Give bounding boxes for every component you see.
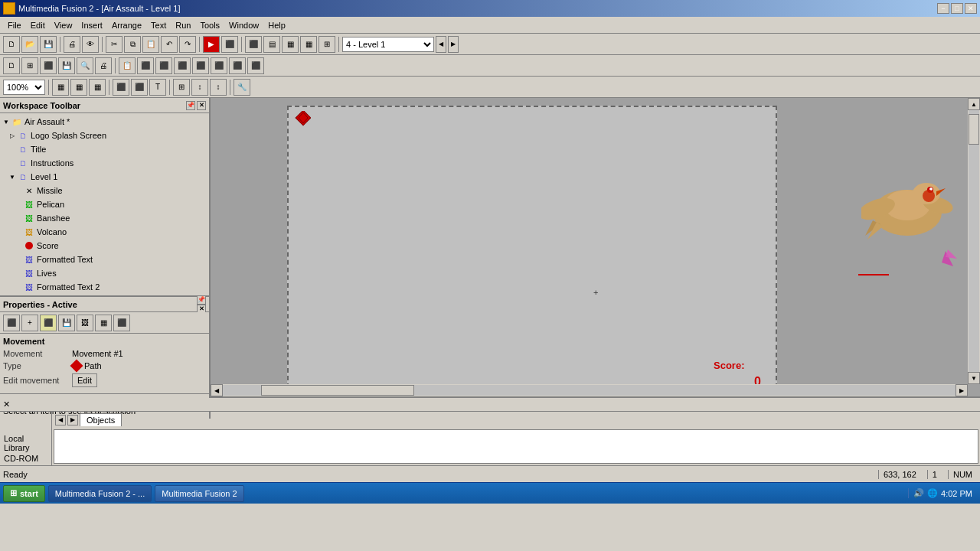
hscroll-thumb[interactable] (261, 385, 414, 396)
minimize-button[interactable]: − (937, 3, 949, 14)
new-button[interactable]: 🗋 (3, 36, 20, 53)
horizontal-scrollbar[interactable]: ◀ ▶ (211, 384, 968, 396)
expand-air-assault[interactable]: ▼ (2, 117, 11, 126)
save-button[interactable]: 💾 (40, 36, 57, 53)
btn-c[interactable]: ▦ (282, 36, 299, 53)
run-button[interactable]: ▶ (203, 36, 220, 53)
tree-item-score[interactable]: Score (14, 239, 207, 253)
grid-btn1[interactable]: ▦ (52, 79, 69, 96)
tree-item-formatted-text-2[interactable]: 🖼 Formatted Text 2 (14, 280, 207, 294)
menu-help[interactable]: Help (263, 19, 290, 31)
prop-btn4[interactable]: 💾 (58, 315, 75, 331)
copy-button[interactable]: ⧉ (124, 36, 141, 53)
taskbar-item-mmf-2[interactable]: Multimedia Fusion 2 (155, 485, 243, 502)
tree-item-air-assault[interactable]: ▼ 📁 Air Assault * (2, 115, 207, 129)
align-btn2[interactable]: ⬛ (131, 79, 148, 96)
canvas-area[interactable]: Score: 0 Lives: (211, 98, 980, 396)
menu-edit[interactable]: Edit (26, 19, 50, 31)
paste-button[interactable]: 📋 (142, 36, 159, 53)
edit-movement-button[interactable]: Edit (72, 373, 97, 387)
tb2-btn11[interactable]: ⬛ (192, 57, 209, 74)
snap-btn[interactable]: ⊞ (173, 79, 190, 96)
close-button[interactable]: ✕ (965, 3, 977, 14)
tree-item-level1[interactable]: ▼ 🗋 Level 1 (8, 170, 207, 184)
menu-file[interactable]: File (3, 19, 26, 31)
library-local[interactable]: Local Library (2, 433, 50, 453)
cut-button[interactable]: ✂ (106, 36, 122, 53)
tb2-btn4[interactable]: 💾 (58, 57, 75, 74)
workspace-close-button[interactable]: ✕ (197, 101, 206, 110)
prev-level[interactable]: ◀ (436, 36, 446, 53)
tb2-btn9[interactable]: ⬛ (155, 57, 172, 74)
tree-item-title[interactable]: 🗋 Title (8, 142, 207, 156)
prop-btn2[interactable]: + (21, 315, 38, 331)
tb2-btn14[interactable]: ⬛ (247, 57, 264, 74)
taskbar-item-mmf-1[interactable]: Multimedia Fusion 2 - ... (48, 485, 152, 502)
grid-btn2[interactable]: ▦ (70, 79, 87, 96)
menu-view[interactable]: View (50, 19, 77, 31)
prop-btn7[interactable]: ⬛ (113, 315, 130, 331)
library-cdrom[interactable]: CD-ROM (2, 453, 50, 464)
lib-tab-objects[interactable]: Objects (80, 413, 122, 426)
menu-window[interactable]: Window (224, 19, 263, 31)
expand-logo-splash[interactable]: ▷ (8, 131, 17, 140)
prop-btn1[interactable]: ⬛ (3, 315, 20, 331)
tb2-btn2[interactable]: ⊞ (21, 57, 38, 74)
tb2-btn1[interactable]: 🗋 (3, 57, 20, 74)
lib-back-button[interactable]: ◀ (55, 415, 66, 425)
zoom-select[interactable]: 100% (3, 80, 45, 95)
prop-btn6[interactable]: ▦ (95, 315, 112, 331)
vertical-scrollbar[interactable]: ▲ ▼ (968, 98, 980, 384)
tb2-btn3[interactable]: ⬛ (40, 57, 57, 74)
btn-a[interactable]: ⬛ (245, 36, 262, 53)
tree-item-formatted-text[interactable]: 🖼 Formatted Text (14, 253, 207, 266)
stop-button[interactable]: ⬛ (221, 36, 238, 53)
tb2-btn13[interactable]: ⬛ (229, 57, 246, 74)
align-btn1[interactable]: ⬛ (113, 79, 129, 96)
tree-item-missile[interactable]: ✕ Missile (14, 184, 207, 197)
menu-text[interactable]: Text (146, 19, 171, 31)
btn-e[interactable]: ⊞ (318, 36, 335, 53)
preview-button[interactable]: 👁 (82, 36, 99, 53)
grid-btn3[interactable]: ▦ (89, 79, 106, 96)
tree-item-pelican[interactable]: 🖼 Pelican (14, 197, 207, 211)
tree-item-lives[interactable]: 🖼 Lives (14, 266, 207, 280)
tree-item-logo-splash[interactable]: ▷ 🗋 Logo Splash Screen (8, 129, 207, 142)
tree-item-instructions[interactable]: 🗋 Instructions (8, 156, 207, 170)
align-btn4[interactable]: ↕ (191, 79, 208, 96)
tb2-btn10[interactable]: ⬛ (174, 57, 191, 74)
scroll-left-button[interactable]: ◀ (211, 384, 223, 396)
scroll-down-button[interactable]: ▼ (968, 372, 980, 384)
btn-d[interactable]: ▦ (300, 36, 317, 53)
prop-btn3[interactable]: ⬛ (40, 315, 57, 331)
align-btn5[interactable]: ↕ (210, 79, 227, 96)
next-level[interactable]: ▶ (448, 36, 459, 53)
tb2-btn12[interactable]: ⬛ (211, 57, 227, 74)
align-btn3[interactable]: T (149, 79, 166, 96)
menu-insert[interactable]: Insert (77, 19, 107, 31)
tb2-btn5[interactable]: 🔍 (77, 57, 93, 74)
prop-btn5[interactable]: 🖼 (77, 315, 93, 331)
properties-pin-button[interactable]: 📌 (197, 295, 206, 305)
tb2-btn6[interactable]: 🖨 (95, 57, 112, 74)
menu-tools[interactable]: Tools (195, 19, 224, 31)
btn-b[interactable]: ▤ (263, 36, 280, 53)
maximize-button[interactable]: □ (951, 3, 963, 14)
tree-item-active[interactable]: 🖼 Active (14, 294, 207, 295)
menu-run[interactable]: Run (171, 19, 195, 31)
lib-forward-button[interactable]: ▶ (67, 415, 78, 425)
start-button[interactable]: ⊞ start (3, 485, 45, 502)
tb2-btn8[interactable]: ⬛ (137, 57, 154, 74)
library-close-btn[interactable]: ✕ (3, 399, 10, 409)
tool-btn[interactable]: 🔧 (234, 79, 250, 96)
tb2-btn7[interactable]: 📋 (119, 57, 136, 74)
workspace-pin-button[interactable]: 📌 (186, 101, 195, 110)
tree-item-banshee[interactable]: 🖼 Banshee (14, 211, 207, 225)
print-button[interactable]: 🖨 (64, 36, 80, 53)
menu-arrange[interactable]: Arrange (107, 19, 146, 31)
open-button[interactable]: 📂 (21, 36, 38, 53)
redo-button[interactable]: ↷ (179, 36, 196, 53)
expand-level1[interactable]: ▼ (8, 172, 17, 181)
tree-item-volcano[interactable]: 🖼 Volcano (14, 225, 207, 239)
scroll-right-button[interactable]: ▶ (956, 384, 968, 396)
